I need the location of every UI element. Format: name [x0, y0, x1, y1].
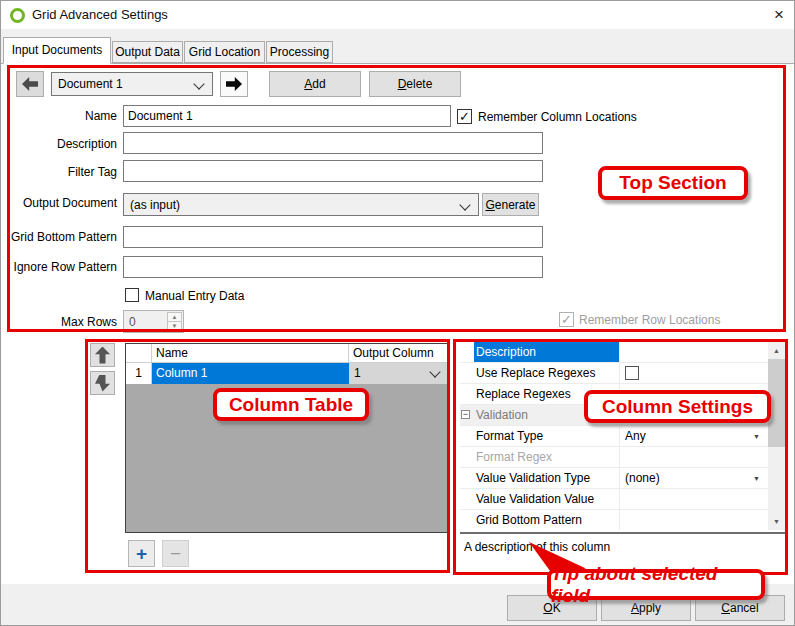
property-value-text: (none): [625, 471, 660, 485]
property-value: [619, 447, 768, 467]
document-select[interactable]: Document 1: [51, 72, 213, 96]
tab-grid-location[interactable]: Grid Location: [184, 41, 265, 63]
next-document-button[interactable]: [220, 71, 248, 97]
output-column-cell[interactable]: 1: [349, 363, 448, 384]
row-gutter: [460, 447, 474, 467]
row-gutter: [460, 384, 474, 404]
tab-input-documents[interactable]: Input Documents: [3, 37, 111, 64]
property-value[interactable]: [619, 363, 768, 383]
property-row-use-replace-regexes[interactable]: Use Replace Regexes: [460, 363, 768, 384]
generate-button[interactable]: Generate: [482, 193, 539, 216]
window-title: Grid Advanced Settings: [32, 7, 168, 22]
property-value[interactable]: (none) ▼: [619, 468, 768, 488]
arrow-left-icon: [22, 77, 38, 91]
row-gutter: [460, 510, 474, 530]
property-value[interactable]: Any ▼: [619, 426, 768, 446]
tip-annotation-label: Tip about selected field: [547, 569, 765, 600]
table-row[interactable]: 1 Column 1 1: [126, 363, 448, 384]
title-bar: Grid Advanced Settings ×: [1, 1, 795, 29]
prev-document-button[interactable]: [16, 71, 44, 97]
description-label: Description: [1, 137, 117, 151]
scroll-down-icon[interactable]: ▼: [768, 513, 785, 530]
arrow-up-icon: [95, 347, 110, 364]
output-document-value: (as input): [130, 198, 180, 212]
tab-output-data[interactable]: Output Data: [112, 41, 183, 63]
manual-entry-data-checkbox[interactable]: [125, 288, 139, 302]
document-select-value: Document 1: [58, 77, 123, 91]
use-replace-regexes-checkbox[interactable]: [625, 366, 639, 380]
output-column-header[interactable]: Output Column: [349, 344, 448, 363]
close-icon[interactable]: ×: [765, 3, 793, 27]
ignore-row-pattern-label: Ignore Row Pattern: [1, 260, 117, 274]
spinner-down-icon[interactable]: ▼: [167, 321, 182, 331]
chevron-down-icon: [429, 366, 440, 377]
max-rows-label: Max Rows: [1, 315, 117, 329]
dropdown-arrow-icon[interactable]: ▼: [753, 475, 760, 482]
checkmark-icon: ✓: [561, 313, 572, 326]
manual-entry-data-label: Manual Entry Data: [145, 289, 244, 303]
move-column-up-button[interactable]: [90, 343, 115, 367]
name-column-header[interactable]: Name: [152, 344, 349, 363]
property-row-format-type[interactable]: Format Type Any ▼: [460, 426, 768, 447]
row-gutter: −: [460, 405, 474, 425]
property-row-format-regex[interactable]: Format Regex: [460, 447, 768, 468]
row-gutter: [460, 489, 474, 509]
column-table-header-row: Name Output Column: [126, 344, 448, 363]
property-value[interactable]: [619, 510, 768, 530]
collapse-icon[interactable]: −: [461, 410, 470, 419]
grid-bottom-pattern-input[interactable]: [123, 226, 543, 248]
row-number-header: [126, 344, 152, 363]
move-column-down-button[interactable]: [90, 371, 115, 395]
name-input[interactable]: Document 1: [123, 105, 451, 127]
add-document-button[interactable]: Add: [269, 71, 361, 97]
output-document-select[interactable]: (as input): [123, 193, 479, 216]
remember-row-locations-checkbox[interactable]: ✓: [559, 312, 574, 327]
property-row-value-validation-value[interactable]: Value Validation Value: [460, 489, 768, 510]
remember-column-locations-checkbox[interactable]: ✓: [457, 109, 472, 124]
property-label: Use Replace Regexes: [474, 363, 619, 383]
property-row-description[interactable]: Description: [460, 342, 768, 363]
property-description-text: A description of this column: [460, 534, 785, 554]
property-row-grid-bottom-pattern[interactable]: Grid Bottom Pattern: [460, 510, 768, 530]
row-gutter: [460, 426, 474, 446]
filter-tag-input[interactable]: [123, 160, 543, 182]
app-logo-icon: [10, 8, 25, 23]
output-column-value: 1: [354, 366, 361, 380]
name-label: Name: [1, 109, 117, 123]
grid-bottom-pattern-label: Grid Bottom Pattern: [1, 230, 117, 244]
max-rows-spinner[interactable]: 0 ▲ ▼: [123, 310, 184, 333]
column-settings-annotation-label: Column Settings: [584, 390, 771, 423]
property-label: Value Validation Value: [474, 489, 619, 509]
column-name-cell[interactable]: Column 1: [152, 363, 349, 384]
property-label: Value Validation Type: [474, 468, 619, 488]
property-label: Format Regex: [474, 447, 619, 467]
scroll-up-icon[interactable]: ▲: [768, 342, 785, 359]
row-gutter: [460, 468, 474, 488]
row-gutter: [460, 342, 474, 362]
remember-row-locations-label: Remember Row Locations: [579, 313, 720, 327]
property-value[interactable]: [619, 342, 768, 362]
add-column-button[interactable]: +: [128, 540, 155, 567]
description-input[interactable]: [123, 132, 543, 154]
dropdown-arrow-icon[interactable]: ▼: [753, 433, 760, 440]
column-table: Name Output Column 1 Column 1 1: [125, 343, 449, 533]
filter-tag-label: Filter Tag: [1, 165, 117, 179]
remove-column-button[interactable]: −: [162, 540, 189, 567]
tab-strip: Input Documents Output Data Grid Locatio…: [1, 29, 795, 63]
property-value-text: Any: [625, 429, 646, 443]
checkmark-icon: ✓: [459, 110, 470, 123]
tab-processing[interactable]: Processing: [266, 41, 333, 63]
remember-column-locations-label: Remember Column Locations: [478, 110, 637, 124]
output-document-label: Output Document: [1, 196, 117, 210]
name-input-value: Document 1: [128, 109, 193, 123]
property-label: Grid Bottom Pattern: [474, 510, 619, 530]
max-rows-value: 0: [129, 315, 136, 329]
property-value[interactable]: [619, 489, 768, 509]
property-label: Description: [474, 342, 619, 362]
scrollbar[interactable]: ▲ ▼: [768, 342, 785, 530]
column-settings-grid: Description Use Replace Regexes Replace …: [460, 342, 785, 530]
property-row-value-validation-type[interactable]: Value Validation Type (none) ▼: [460, 468, 768, 489]
ignore-row-pattern-input[interactable]: [123, 256, 543, 278]
delete-document-button[interactable]: Delete: [369, 71, 461, 97]
arrow-down-icon: [95, 375, 110, 392]
